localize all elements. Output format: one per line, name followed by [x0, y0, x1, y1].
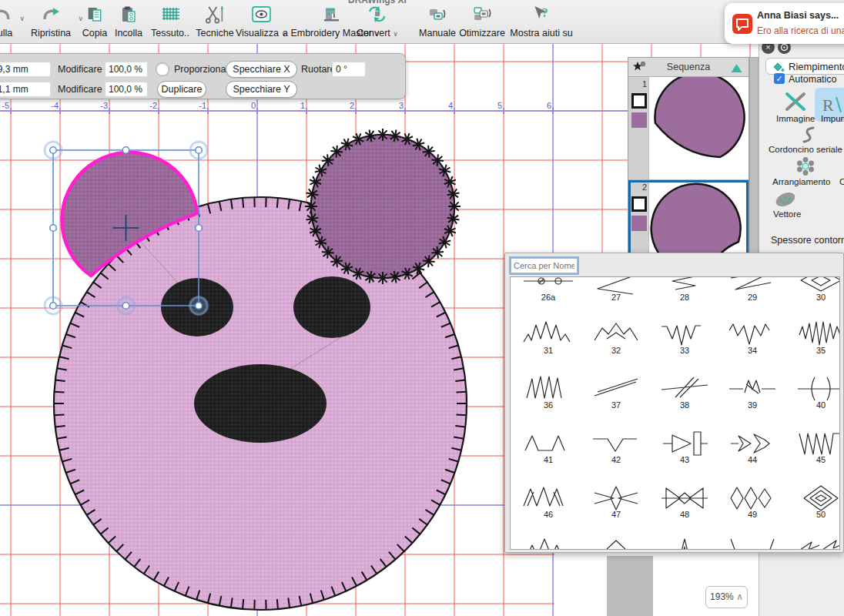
bear-nose[interactable]	[194, 364, 327, 443]
svg-text:4: 4	[448, 101, 453, 110]
undo-icon	[0, 5, 12, 25]
pattern-item-32[interactable]: 32	[582, 319, 650, 355]
pattern-item-49[interactable]: 49	[718, 483, 786, 519]
selection-handle[interactable]	[50, 225, 57, 232]
automatico-checkbox[interactable]: ✓	[774, 73, 785, 84]
selection-handle[interactable]	[122, 303, 129, 310]
toolbar-item-visualizza[interactable]: Visualizza ∨	[236, 5, 286, 39]
toolbar-item-ripristina[interactable]: Ripristina∨	[31, 5, 71, 39]
notification-card[interactable]: Anna Biasi says... Ero alla ricerca di u…	[725, 3, 844, 44]
svg-text:?: ?	[541, 5, 548, 20]
pattern-item-33[interactable]: 33	[651, 319, 718, 355]
sequence-item-number: 2	[628, 182, 647, 192]
scissors-icon	[196, 5, 233, 25]
toolbar-item-copia[interactable]: Copia	[82, 5, 108, 39]
pattern-item-48[interactable]: 48	[651, 483, 718, 519]
pattern-item-41[interactable]: 41	[514, 428, 582, 464]
height-field[interactable]: 31,1 mm	[0, 82, 51, 97]
toolbar-item-tecniche[interactable]: Tecniche	[196, 5, 233, 39]
bear-eye-2[interactable]	[293, 276, 370, 338]
pattern-item-40[interactable]: 40	[787, 373, 840, 410]
toolbar-item-nulla[interactable]: nulla∨	[0, 5, 12, 39]
pattern-item-38[interactable]: 38	[651, 373, 718, 410]
pattern-item-47[interactable]: 47	[582, 483, 650, 519]
scale-y-field[interactable]: 100,0 %	[105, 82, 148, 97]
selection-handle[interactable]	[50, 303, 57, 310]
arrangiamento-icon[interactable]	[795, 156, 816, 176]
toolbar-item-manuale[interactable]: Manuale	[419, 5, 456, 39]
duplicate-button[interactable]: Duplicare	[157, 81, 206, 98]
window-title: DRAWings XI	[348, 0, 407, 5]
sequence-item-1[interactable]: 1	[628, 77, 749, 180]
mirror-y-button[interactable]: Specchiare Y	[226, 81, 297, 98]
selection-handle[interactable]	[196, 303, 203, 310]
toolbar-item-tessuto--[interactable]: Tessuto..	[151, 5, 189, 39]
automatico-label: Automatico	[789, 74, 837, 85]
pattern-item-46[interactable]: 46	[514, 483, 582, 519]
svg-text:5: 5	[497, 101, 502, 110]
svg-text:-4: -4	[51, 101, 59, 110]
toolbar-item-otimizzare[interactable]: Otimizzare	[459, 5, 505, 39]
outline-swatch[interactable]	[631, 196, 647, 212]
pattern-item-row6-0[interactable]	[514, 534, 582, 550]
teddy-bear-design[interactable]	[54, 129, 467, 610]
proportional-label: Proporzionale	[174, 64, 233, 75]
pattern-item-30[interactable]: 30	[787, 276, 840, 302]
selection-handle[interactable]	[196, 225, 203, 232]
pattern-item-row6-1[interactable]	[582, 534, 650, 550]
fill-swatch[interactable]	[631, 112, 647, 128]
pattern-search-input[interactable]	[511, 258, 578, 273]
selection-handle[interactable]	[50, 147, 57, 154]
mirror-x-button[interactable]: Specchiare X	[226, 61, 297, 78]
rotate-field[interactable]: 0 °	[332, 62, 366, 77]
sequence-header[interactable]: Sequenza	[628, 58, 749, 77]
selection-handle[interactable]	[122, 147, 129, 154]
outline-swatch[interactable]	[631, 93, 647, 109]
pattern-item-37[interactable]: 37	[582, 373, 650, 410]
pattern-item-27[interactable]: 27	[582, 276, 650, 302]
pattern-item-28[interactable]: 28	[651, 276, 718, 302]
pattern-item-45[interactable]: 45	[787, 428, 840, 464]
svg-text:1: 1	[300, 101, 305, 110]
immagine-icon[interactable]	[782, 89, 810, 114]
pattern-item-34[interactable]: 34	[718, 319, 786, 355]
pattern-item-row6-3[interactable]	[718, 534, 786, 550]
chat-icon	[732, 14, 752, 34]
zoom-level-button[interactable]: 193% ∧	[705, 586, 748, 608]
proportional-radio[interactable]	[156, 62, 169, 76]
pattern-item-29[interactable]: 29	[718, 276, 786, 302]
pattern-item-39[interactable]: 39	[718, 373, 786, 410]
main-toolbar: DRAWings XI nulla∨Ripristina∨CopiaIncoll…	[0, 0, 844, 44]
tab-riempimento[interactable]: Riempimento	[765, 58, 844, 75]
toolbar-item-mostra-aiuti-su[interactable]: ?Mostra aiuti su	[510, 5, 572, 39]
pattern-item-26a[interactable]: 26a	[514, 276, 582, 302]
collapse-triangle-icon[interactable]	[731, 62, 742, 76]
eye-icon	[236, 5, 286, 25]
svg-text:-3: -3	[100, 101, 108, 110]
pattern-item-44[interactable]: 44	[718, 428, 786, 464]
pattern-item-42[interactable]: 42	[582, 428, 650, 464]
immagine-label: Immagine	[776, 114, 816, 123]
pattern-item-row6-4[interactable]	[787, 534, 840, 550]
pattern-item-35[interactable]: 35	[787, 319, 840, 355]
toolbar-item-convert[interactable]: Convert ∨	[357, 5, 398, 39]
redo-icon	[31, 5, 71, 25]
bear-right-ear[interactable]	[311, 135, 454, 278]
vettore-icon[interactable]	[773, 189, 799, 209]
svg-text:2: 2	[350, 101, 354, 110]
copy-icon	[82, 5, 108, 25]
cordoncino-icon[interactable]	[799, 125, 818, 145]
pattern-item-row6-2[interactable]	[651, 534, 718, 550]
pattern-item-50[interactable]: 50	[787, 483, 840, 519]
svg-text:3: 3	[399, 101, 404, 110]
pattern-item-43[interactable]: 43	[651, 428, 718, 464]
toolbar-item-incolla[interactable]: Incolla	[115, 5, 142, 39]
horizontal-scrollbar-thumb[interactable]	[607, 556, 653, 616]
pattern-item-36[interactable]: 36	[514, 373, 582, 410]
width-field[interactable]: 29,3 mm	[0, 62, 51, 77]
fill-swatch[interactable]	[631, 216, 647, 231]
scale-x-field[interactable]: 100,0 %	[105, 62, 148, 77]
pattern-list: 26a2728293031323334353637383940414243444…	[510, 276, 840, 550]
pattern-item-31[interactable]: 31	[514, 319, 582, 355]
selection-handle[interactable]	[196, 147, 203, 154]
